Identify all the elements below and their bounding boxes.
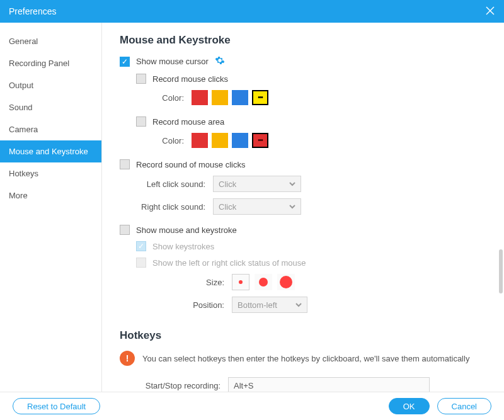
sidebar: General Recording Panel Output Sound Cam… (0, 23, 102, 392)
window-title: Preferences (9, 6, 56, 16)
titlebar: Preferences (0, 0, 504, 23)
hotkeys-info-row: ! You can select hotkeys then enter the … (120, 351, 486, 366)
sidebar-item-more[interactable]: More (0, 184, 101, 207)
select-left-sound[interactable]: Click (213, 176, 301, 192)
row-show-cursor: Show mouse cursor (120, 55, 486, 67)
reset-button[interactable]: Reset to Default (13, 398, 100, 414)
label-size: Size: (136, 278, 224, 287)
sidebar-item-sound[interactable]: Sound (0, 96, 101, 118)
swatch-area-red[interactable] (192, 133, 208, 148)
label-record-clicks: Record mouse clicks (152, 74, 228, 84)
label-show-mk: Show mouse and keystroke (136, 225, 237, 235)
checkbox-record-clicks[interactable] (136, 74, 146, 84)
row-record-area: Record mouse area (136, 116, 486, 127)
size-option-large[interactable] (277, 274, 295, 290)
footer: Reset to Default OK Cancel (0, 392, 504, 420)
swatch-area-more[interactable]: ••• (252, 133, 268, 148)
chevron-down-icon (289, 179, 295, 189)
select-position[interactable]: Bottom-left (232, 297, 307, 313)
checkbox-record-sound[interactable] (120, 159, 130, 169)
chevron-down-icon (295, 300, 302, 310)
swatch-area-blue[interactable] (232, 133, 248, 148)
label-clicks-color: Color: (152, 93, 184, 103)
cancel-button[interactable]: Cancel (437, 398, 491, 414)
row-start-stop: Start/Stop recording: (120, 377, 486, 392)
row-size: Size: (136, 274, 486, 290)
section-heading-hotkeys: Hotkeys (120, 329, 486, 342)
label-left-sound: Left click sound: (136, 179, 205, 189)
row-left-sound: Left click sound: Click (136, 176, 486, 192)
swatch-clicks-orange[interactable] (212, 90, 228, 105)
label-show-cursor: Show mouse cursor (136, 57, 209, 66)
row-record-area-color: Color: ••• (152, 133, 486, 148)
label-record-area: Record mouse area (152, 117, 224, 127)
chevron-down-icon (289, 202, 295, 212)
warning-icon: ! (120, 351, 135, 366)
sidebar-item-hotkeys[interactable]: Hotkeys (0, 162, 101, 184)
ellipsis-icon: ••• (258, 94, 263, 101)
row-record-sound: Record sound of mouse clicks (120, 159, 486, 169)
label-right-sound: Right click sound: (136, 202, 205, 212)
row-show-mk: Show mouse and keystroke (120, 225, 486, 235)
swatch-clicks-red[interactable] (192, 90, 208, 105)
scrollbar-thumb[interactable] (499, 249, 503, 293)
label-area-color: Color: (152, 136, 184, 145)
size-option-small[interactable] (232, 274, 249, 290)
sidebar-item-mouse-keystroke[interactable]: Mouse and Keystroke (0, 140, 101, 162)
checkbox-show-mk[interactable] (120, 225, 130, 235)
size-option-medium[interactable] (255, 274, 272, 290)
swatch-area-orange[interactable] (212, 133, 228, 148)
row-record-clicks: Record mouse clicks (136, 74, 486, 84)
checkbox-show-cursor[interactable] (120, 57, 130, 67)
row-right-sound: Right click sound: Click (136, 198, 486, 215)
content-pane: Mouse and Keystroke Show mouse cursor Re… (102, 23, 504, 392)
checkbox-show-keystrokes[interactable] (136, 241, 146, 251)
gear-icon[interactable] (215, 55, 225, 67)
row-show-keystrokes: Show keystrokes (136, 241, 486, 251)
row-position: Position: Bottom-left (136, 297, 486, 313)
label-record-sound: Record sound of mouse clicks (136, 160, 245, 169)
checkbox-show-lr-status[interactable] (136, 258, 146, 268)
section-heading-mouse-keystroke: Mouse and Keystroke (120, 34, 486, 47)
label-show-lr-status: Show the left or right click status of m… (152, 258, 306, 268)
sidebar-item-general[interactable]: General (0, 30, 101, 52)
sidebar-item-camera[interactable]: Camera (0, 118, 101, 140)
ok-button[interactable]: OK (389, 398, 430, 414)
close-icon[interactable] (485, 6, 495, 18)
hotkeys-info-text: You can select hotkeys then enter the ho… (142, 354, 469, 363)
select-right-sound[interactable]: Click (213, 198, 301, 215)
ellipsis-icon: ••• (258, 137, 263, 144)
input-start-stop[interactable] (228, 377, 430, 392)
swatch-clicks-blue[interactable] (232, 90, 248, 105)
label-position: Position: (136, 300, 224, 310)
row-record-clicks-color: Color: ••• (152, 90, 486, 105)
sidebar-item-output[interactable]: Output (0, 74, 101, 96)
sidebar-item-recording-panel[interactable]: Recording Panel (0, 52, 101, 74)
label-start-stop: Start/Stop recording: (120, 381, 220, 390)
row-show-lr-status: Show the left or right click status of m… (136, 258, 486, 268)
label-show-keystrokes: Show keystrokes (152, 242, 214, 251)
checkbox-record-area[interactable] (136, 116, 146, 127)
swatch-clicks-more[interactable]: ••• (252, 90, 268, 105)
